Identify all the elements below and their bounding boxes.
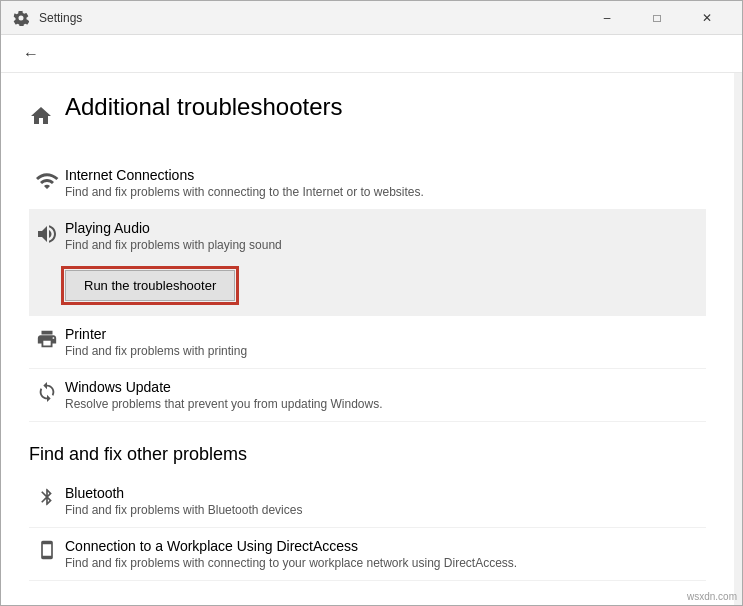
update-text: Windows Update Resolve problems that pre… (65, 379, 706, 411)
audio-desc: Find and fix problems with playing sound (65, 238, 706, 252)
internet-name: Internet Connections (65, 167, 706, 183)
run-troubleshooter-button[interactable]: Run the troubleshooter (65, 270, 235, 301)
printer-icon (29, 326, 65, 350)
troubleshooter-internet[interactable]: Internet Connections Find and fix proble… (29, 157, 706, 210)
troubleshooter-directaccess[interactable]: Connection to a Workplace Using DirectAc… (29, 528, 706, 581)
bluetooth-icon (29, 485, 65, 507)
maximize-button[interactable]: □ (634, 5, 680, 31)
settings-title-icon (13, 10, 29, 26)
audio-main: Playing Audio Find and fix problems with… (29, 220, 706, 262)
page-title: Additional troubleshooters (65, 93, 343, 121)
internet-icon (29, 167, 65, 193)
directaccess-icon (29, 538, 65, 560)
audio-icon (29, 220, 65, 246)
run-area: Run the troubleshooter (29, 262, 706, 315)
title-bar-left: Settings (13, 10, 82, 26)
update-name: Windows Update (65, 379, 706, 395)
watermark: wsxdn.com (687, 591, 737, 602)
scrollbar[interactable] (734, 73, 742, 606)
update-icon (29, 379, 65, 403)
troubleshooter-printer[interactable]: Printer Find and fix problems with print… (29, 316, 706, 369)
troubleshooter-audio[interactable]: Playing Audio Find and fix problems with… (29, 210, 706, 316)
close-button[interactable]: ✕ (684, 5, 730, 31)
troubleshooter-update[interactable]: Windows Update Resolve problems that pre… (29, 369, 706, 422)
bluetooth-desc: Find and fix problems with Bluetooth dev… (65, 503, 706, 517)
bluetooth-name: Bluetooth (65, 485, 706, 501)
title-bar-title: Settings (39, 11, 82, 25)
audio-text: Playing Audio Find and fix problems with… (65, 220, 706, 252)
troubleshooter-bluetooth[interactable]: Bluetooth Find and fix problems with Blu… (29, 475, 706, 528)
update-desc: Resolve problems that prevent you from u… (65, 397, 706, 411)
directaccess-text: Connection to a Workplace Using DirectAc… (65, 538, 706, 570)
content-area: Additional troubleshooters Internet Conn… (1, 73, 742, 606)
printer-desc: Find and fix problems with printing (65, 344, 706, 358)
nav-bar: ← (1, 35, 742, 73)
back-button[interactable]: ← (17, 43, 45, 65)
main-content: Additional troubleshooters Internet Conn… (1, 73, 734, 606)
audio-name: Playing Audio (65, 220, 706, 236)
printer-text: Printer Find and fix problems with print… (65, 326, 706, 358)
directaccess-name: Connection to a Workplace Using DirectAc… (65, 538, 706, 554)
directaccess-desc: Find and fix problems with connecting to… (65, 556, 706, 570)
bluetooth-text: Bluetooth Find and fix problems with Blu… (65, 485, 706, 517)
printer-name: Printer (65, 326, 706, 342)
minimize-button[interactable]: – (584, 5, 630, 31)
title-bar: Settings – □ ✕ (1, 1, 742, 35)
home-icon (29, 104, 53, 128)
internet-desc: Find and fix problems with connecting to… (65, 185, 706, 199)
internet-text: Internet Connections Find and fix proble… (65, 167, 706, 199)
title-bar-controls: – □ ✕ (584, 5, 730, 31)
other-problems-header: Find and fix other problems (29, 444, 706, 465)
